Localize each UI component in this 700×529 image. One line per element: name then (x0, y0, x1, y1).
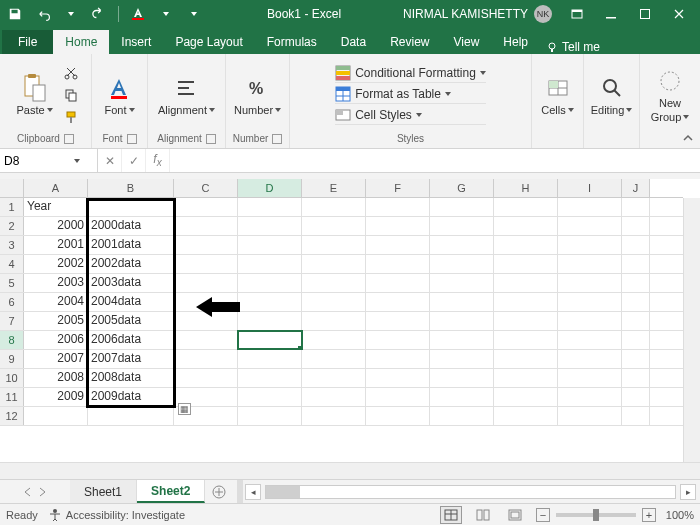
cell[interactable] (430, 236, 494, 254)
alignment-group-button[interactable]: Alignment (152, 72, 221, 118)
col-header-A[interactable]: A (24, 179, 88, 197)
cell[interactable] (558, 331, 622, 349)
cell[interactable] (302, 350, 366, 368)
cell[interactable] (430, 312, 494, 330)
format-as-table-button[interactable]: Format as Table (335, 85, 486, 104)
close-button[interactable] (662, 0, 696, 28)
cell[interactable] (622, 369, 650, 387)
cell[interactable]: 2006 (24, 331, 88, 349)
cell[interactable]: 2008data (88, 369, 174, 387)
cell[interactable] (88, 198, 174, 216)
cell[interactable] (302, 274, 366, 292)
row-header[interactable]: 6 (0, 293, 24, 311)
col-header-D[interactable]: D (238, 179, 302, 197)
cell[interactable] (302, 198, 366, 216)
cell[interactable]: 2003 (24, 274, 88, 292)
cell[interactable] (366, 293, 430, 311)
cell[interactable] (622, 293, 650, 311)
cell[interactable]: 2005 (24, 312, 88, 330)
cell[interactable] (494, 198, 558, 216)
formula-input[interactable] (170, 154, 700, 168)
cell[interactable] (494, 369, 558, 387)
cell[interactable] (238, 331, 302, 349)
cell-styles-button[interactable]: Cell Styles (335, 106, 486, 125)
conditional-formatting-button[interactable]: Conditional Formatting (335, 64, 486, 83)
cell[interactable] (430, 217, 494, 235)
cell[interactable] (494, 407, 558, 425)
sheet-tab-sheet2[interactable]: Sheet2 (137, 480, 205, 503)
cell[interactable]: 2004data (88, 293, 174, 311)
number-group-button[interactable]: % Number (228, 72, 287, 118)
row-header[interactable]: 4 (0, 255, 24, 273)
cell[interactable] (238, 369, 302, 387)
cell[interactable]: 2002data (88, 255, 174, 273)
alignment-launcher-icon[interactable] (206, 134, 216, 144)
font-group-button[interactable]: Font (98, 72, 140, 118)
row-header[interactable]: 3 (0, 236, 24, 254)
cell[interactable] (558, 350, 622, 368)
cell[interactable] (366, 388, 430, 406)
cell[interactable]: 2004 (24, 293, 88, 311)
tab-data[interactable]: Data (329, 30, 378, 54)
copy-icon[interactable] (61, 85, 81, 105)
cell[interactable]: Year (24, 198, 88, 216)
zoom-out-button[interactable]: − (536, 508, 550, 522)
cell[interactable] (494, 388, 558, 406)
font-color-qat-icon[interactable] (127, 3, 149, 25)
row-header[interactable]: 11 (0, 388, 24, 406)
zoom-in-button[interactable]: + (642, 508, 656, 522)
horizontal-scrollbar[interactable]: ◂ ▸ (233, 480, 700, 503)
cell[interactable] (558, 274, 622, 292)
cell[interactable] (366, 331, 430, 349)
cell[interactable] (558, 388, 622, 406)
col-header-C[interactable]: C (174, 179, 238, 197)
cell[interactable] (430, 331, 494, 349)
cell[interactable]: 2009 (24, 388, 88, 406)
cell[interactable] (174, 274, 238, 292)
cell[interactable] (558, 255, 622, 273)
cell[interactable] (238, 217, 302, 235)
cell[interactable] (622, 236, 650, 254)
row-header[interactable]: 10 (0, 369, 24, 387)
tab-insert[interactable]: Insert (109, 30, 163, 54)
cell[interactable]: 2006data (88, 331, 174, 349)
autofill-options-icon[interactable]: ▦ (178, 403, 191, 415)
format-painter-icon[interactable] (61, 107, 81, 127)
cell[interactable]: 2007 (24, 350, 88, 368)
cell[interactable]: 2002 (24, 255, 88, 273)
cell[interactable] (366, 350, 430, 368)
cell[interactable] (238, 236, 302, 254)
tab-formulas[interactable]: Formulas (255, 30, 329, 54)
row-header[interactable]: 1 (0, 198, 24, 216)
cell[interactable] (174, 350, 238, 368)
tab-file[interactable]: File (2, 30, 53, 54)
enter-formula-icon[interactable]: ✓ (122, 149, 146, 172)
view-normal-icon[interactable] (440, 506, 462, 524)
cell[interactable]: 2005data (88, 312, 174, 330)
cancel-formula-icon[interactable]: ✕ (98, 149, 122, 172)
row-header[interactable]: 7 (0, 312, 24, 330)
cell[interactable] (366, 312, 430, 330)
cell[interactable] (174, 217, 238, 235)
cell[interactable]: 2009data (88, 388, 174, 406)
sheet-tab-sheet1[interactable]: Sheet1 (70, 480, 137, 503)
cell[interactable] (494, 255, 558, 273)
hscroll-right-icon[interactable]: ▸ (680, 484, 696, 500)
cell[interactable] (558, 407, 622, 425)
cell[interactable] (302, 331, 366, 349)
name-box[interactable] (0, 149, 98, 172)
cell[interactable] (430, 369, 494, 387)
minimize-button[interactable] (594, 0, 628, 28)
paste-button[interactable]: Paste (10, 72, 58, 118)
cell[interactable] (238, 255, 302, 273)
cell[interactable] (302, 255, 366, 273)
cell[interactable] (366, 217, 430, 235)
cell[interactable] (430, 293, 494, 311)
cell[interactable]: 2003data (88, 274, 174, 292)
cell[interactable] (622, 331, 650, 349)
cell[interactable] (558, 198, 622, 216)
cell[interactable] (302, 236, 366, 254)
cell[interactable] (366, 198, 430, 216)
cell[interactable] (430, 388, 494, 406)
cut-icon[interactable] (61, 63, 81, 83)
